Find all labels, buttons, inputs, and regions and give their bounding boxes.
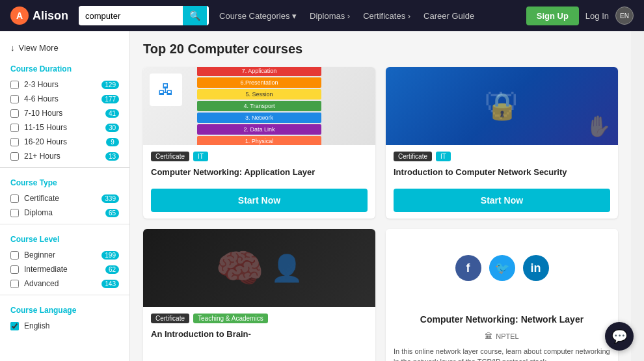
filter-7-10-hours[interactable]: 7-10 Hours 41 (0, 106, 129, 120)
label-7-10-hours: 7-10 Hours (24, 109, 100, 118)
count-16-20-hours: 9 (106, 138, 119, 146)
section-level-title: Course Level (0, 228, 129, 248)
course-card-1: 7. Application 6.Presentation 5. Session… (143, 67, 375, 219)
checkbox-16-20-hours[interactable] (10, 138, 19, 146)
course-1-title: Computer Networking: Application Layer (151, 167, 368, 178)
osi-layer-2: 2. Data Link (197, 124, 321, 135)
filter-diploma[interactable]: Diploma 65 (0, 206, 129, 220)
section-type-title: Course Type (0, 172, 129, 191)
label-16-20-hours: 16-20 Hours (24, 137, 101, 146)
count-21-plus-hours: 13 (105, 152, 119, 161)
checkbox-advanced[interactable] (10, 280, 19, 288)
checkbox-21-plus-hours[interactable] (10, 152, 19, 161)
filter-english[interactable]: English (0, 319, 129, 333)
search-button[interactable]: 🔍 (183, 6, 207, 25)
filter-21-plus-hours[interactable]: 21+ Hours 13 (0, 149, 129, 163)
filter-2-3-hours[interactable]: 2-3 Hours 129 (0, 77, 129, 92)
filter-beginner[interactable]: Beginner 199 (0, 248, 129, 262)
course-card-2: 🛡 🔒 ✋ Certificate IT Introduction to Com… (386, 67, 618, 219)
course-3-badges: Certificate Teaching & Academics (151, 314, 368, 323)
nav-links: Course Categories ▾ Diplomas › Certifica… (219, 11, 516, 21)
checkbox-2-3-hours[interactable] (10, 81, 19, 89)
course-card-3-body: Certificate Teaching & Academics An Intr… (143, 307, 375, 352)
checkbox-english[interactable] (10, 322, 19, 330)
checkbox-7-10-hours[interactable] (10, 109, 19, 118)
nav-career-guide[interactable]: Career Guide (423, 11, 474, 21)
filter-intermediate[interactable]: Intermediate 62 (0, 262, 129, 276)
section-duration-title: Course Duration (0, 58, 129, 77)
course-2-title: Introduction to Computer Network Securit… (394, 167, 610, 178)
login-button[interactable]: Log In (585, 11, 609, 21)
badge-certificate-3: Certificate (151, 314, 189, 323)
facebook-icon: f (455, 255, 481, 281)
course-1-badges: Certificate IT (151, 152, 368, 161)
osi-layer-1: 1. Physical (197, 136, 321, 145)
osi-layer-5: 5. Session (197, 89, 321, 100)
course-2-badges: Certificate IT (394, 152, 610, 161)
start-now-button-1[interactable]: Start Now (151, 189, 368, 212)
osi-layer-4: 4. Transport (197, 101, 321, 111)
header-actions: Sign Up Log In EN (526, 7, 634, 25)
course-card-4-body: Computer Networking: Network Layer 🏛 NPT… (386, 307, 618, 361)
person-icon: 👤 (271, 253, 303, 284)
view-more[interactable]: ↓ View More (0, 38, 129, 58)
twitter-icon: 🐦 (489, 255, 515, 281)
filter-certificate[interactable]: Certificate 339 (0, 191, 129, 206)
search-input[interactable] (79, 7, 183, 25)
header: A Alison 🔍 Course Categories ▾ Diplomas … (0, 0, 644, 31)
course-card-3: 🧠 👤 Certificate Teaching & Academics An … (143, 229, 375, 361)
count-certificate: 339 (101, 194, 119, 203)
hand-icon: ✋ (585, 114, 611, 139)
label-11-15-hours: 11-15 Hours (24, 123, 100, 132)
count-advanced: 143 (101, 280, 119, 288)
nav-certificates[interactable]: Certificates › (363, 11, 410, 21)
network-diagram-icon: 🖧 (150, 74, 182, 106)
signup-button[interactable]: Sign Up (526, 7, 579, 25)
label-21-plus-hours: 21+ Hours (24, 152, 100, 161)
courses-grid: 7. Application 6.Presentation 5. Session… (143, 67, 618, 361)
checkbox-diploma[interactable] (10, 209, 19, 217)
filter-advanced[interactable]: Advanced 143 (0, 276, 129, 291)
count-4-6-hours: 177 (101, 95, 119, 103)
provider-name: NPTEL (496, 332, 518, 340)
filter-16-20-hours[interactable]: 16-20 Hours 9 (0, 135, 129, 149)
label-intermediate: Intermediate (24, 265, 100, 274)
course-image-3: 🧠 👤 (143, 229, 375, 307)
checkbox-4-6-hours[interactable] (10, 95, 19, 103)
checkbox-intermediate[interactable] (10, 265, 19, 274)
start-now-button-2[interactable]: Start Now (394, 189, 610, 212)
badge-certificate-1: Certificate (151, 152, 189, 161)
course-4-description: In this online network layer course, lea… (394, 346, 610, 361)
brain-scan-icon: 🧠 (215, 245, 264, 291)
course-image-1: 7. Application 6.Presentation 5. Session… (143, 67, 375, 145)
down-arrow-icon: ↓ (10, 43, 15, 53)
count-11-15-hours: 30 (105, 124, 119, 132)
badge-it-2: IT (436, 152, 451, 161)
count-7-10-hours: 41 (105, 109, 119, 118)
count-beginner: 199 (101, 251, 119, 260)
course-image-4: f 🐦 in (386, 229, 618, 307)
badge-it-1: IT (193, 152, 208, 161)
filter-4-6-hours[interactable]: 4-6 Hours 177 (0, 92, 129, 106)
count-intermediate: 62 (105, 265, 119, 274)
checkbox-11-15-hours[interactable] (10, 124, 19, 132)
logo-icon: A (10, 7, 29, 25)
logo[interactable]: A Alison (10, 7, 68, 25)
section-language-title: Course Language (0, 299, 129, 319)
page-title: Top 20 Computer courses (143, 42, 618, 57)
sidebar: ↓ View More Course Duration 2-3 Hours 12… (0, 31, 130, 361)
count-diploma: 65 (105, 209, 119, 217)
nav-course-categories[interactable]: Course Categories ▾ (219, 11, 297, 21)
filter-11-15-hours[interactable]: 11-15 Hours 30 (0, 120, 129, 135)
label-advanced: Advanced (24, 279, 96, 288)
label-2-3-hours: 2-3 Hours (24, 80, 96, 89)
osi-layer-7: 7. Application (197, 67, 321, 76)
checkbox-beginner[interactable] (10, 251, 19, 260)
language-button[interactable]: EN (615, 7, 634, 25)
chat-widget[interactable]: 💬 (605, 322, 634, 351)
badge-teaching-3: Teaching & Academics (193, 314, 268, 323)
count-2-3-hours: 129 (101, 81, 119, 89)
nav-diplomas[interactable]: Diplomas › (310, 11, 350, 21)
main-content: Top 20 Computer courses 7. Application 6… (130, 31, 631, 361)
checkbox-certificate[interactable] (10, 194, 19, 203)
